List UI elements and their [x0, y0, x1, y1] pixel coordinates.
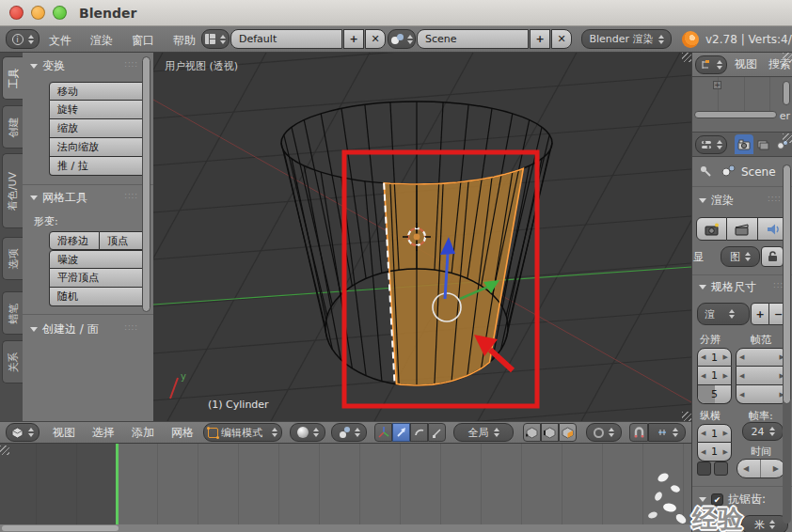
- panel-drag-dots[interactable]: ::::: [768, 195, 782, 203]
- viewport-shading-dropdown[interactable]: [290, 423, 325, 442]
- screen-layout-name-field[interactable]: Default: [230, 29, 342, 49]
- map-old-toggle[interactable]: [697, 462, 711, 476]
- scene-icon-button[interactable]: [388, 29, 416, 49]
- menu-add[interactable]: 添加: [132, 425, 154, 441]
- proportional-edit-dropdown[interactable]: [586, 423, 622, 442]
- timeline-current-frame[interactable]: [116, 444, 119, 524]
- outliner-h-scrollbar[interactable]: [694, 111, 777, 118]
- panel-transform-header[interactable]: 变换: [30, 58, 65, 74]
- add-scene-button[interactable]: +: [530, 29, 550, 49]
- render-engine-dropdown[interactable]: Blender 渲染: [581, 29, 672, 49]
- pin-icon[interactable]: [699, 164, 712, 178]
- button-smooth-vertex[interactable]: 平滑顶点: [49, 269, 150, 288]
- corner-grip[interactable]: [0, 446, 9, 455]
- button-rotate[interactable]: 旋转: [49, 101, 150, 119]
- button-randomize[interactable]: 随机: [49, 288, 150, 306]
- menu-mesh[interactable]: 网格: [171, 425, 194, 441]
- render-preset-dropdown[interactable]: 渲: [697, 303, 750, 325]
- display-mode-dropdown[interactable]: 图: [721, 246, 760, 267]
- snap-element-dropdown[interactable]: [648, 423, 686, 442]
- window-maximize-button[interactable]: [53, 6, 67, 20]
- button-translate[interactable]: 移动: [49, 82, 150, 101]
- tab-render-layers[interactable]: [753, 134, 772, 154]
- menu-help[interactable]: 帮助: [173, 33, 196, 49]
- panel-meshtools-header[interactable]: 网格工具: [30, 190, 87, 206]
- corner-grip[interactable]: [783, 53, 792, 62]
- window-minimize-button[interactable]: [31, 6, 45, 20]
- toolshelf-scrollbar[interactable]: [142, 56, 150, 312]
- pivot-dropdown[interactable]: [331, 423, 367, 442]
- timeline-editor[interactable]: [0, 444, 691, 532]
- button-scale[interactable]: 缩放: [49, 119, 150, 138]
- timeline-scrollbar-thumb[interactable]: [2, 525, 119, 531]
- mode-dropdown[interactable]: 编辑模式: [203, 423, 282, 442]
- button-noise[interactable]: 噪波: [49, 250, 150, 269]
- snap-toggle-button[interactable]: [629, 423, 648, 442]
- frame-step-field[interactable]: ◀▶: [736, 385, 788, 404]
- menu-select[interactable]: 选择: [92, 425, 115, 441]
- aspect-x-field[interactable]: ◀1▶: [697, 424, 732, 443]
- outliner-content[interactable]: + er: [691, 77, 792, 132]
- tab-grease-pencil[interactable]: 蜡笔: [2, 291, 23, 335]
- preset-add-button[interactable]: +: [751, 303, 769, 325]
- expand-plus-icon[interactable]: +: [713, 81, 721, 89]
- manipulator-rotate-button[interactable]: [410, 423, 428, 442]
- scene-name-field[interactable]: Scene: [417, 29, 529, 49]
- manipulator-translate-button[interactable]: [392, 423, 410, 442]
- edge-select-button[interactable]: [541, 423, 559, 442]
- panel-drag-dots[interactable]: ::::: [124, 60, 138, 69]
- editor-type-info-button[interactable]: i: [6, 29, 40, 49]
- panel-render-header[interactable]: 渲染: [699, 193, 734, 209]
- panel-dimensions-header[interactable]: 规格尺寸: [699, 279, 756, 295]
- close-scene-button[interactable]: ✕: [551, 29, 572, 49]
- menu-file[interactable]: 文件: [49, 33, 71, 49]
- res-y-field[interactable]: ◀1▶: [697, 367, 732, 385]
- menu-render[interactable]: 渲染: [90, 33, 113, 49]
- res-x-field[interactable]: ◀1▶: [697, 348, 732, 367]
- render-still-button[interactable]: [696, 217, 727, 241]
- manipulator-scale-button[interactable]: [428, 423, 446, 442]
- button-slide-edge[interactable]: 滑移边: [49, 231, 100, 250]
- time-remap-field[interactable]: ◀▶: [737, 459, 785, 478]
- close-layout-button[interactable]: ✕: [365, 29, 386, 49]
- outliner-editor-type-button[interactable]: [695, 55, 727, 74]
- screen-layout-icon-button[interactable]: [201, 29, 230, 49]
- display-lock-button[interactable]: [761, 246, 784, 267]
- corner-grip[interactable]: [682, 53, 691, 62]
- tab-tools[interactable]: 工具: [2, 56, 23, 100]
- button-shrink-fatten[interactable]: 法向缩放: [49, 138, 150, 157]
- fps-dropdown[interactable]: 24: [742, 422, 784, 441]
- menu-view[interactable]: 视图: [53, 425, 75, 441]
- tab-shading-uv[interactable]: 着色/UV: [2, 153, 23, 228]
- res-pct-slider[interactable]: 5: [697, 385, 732, 404]
- antialias-checkbox[interactable]: ✔: [711, 493, 723, 506]
- window-close-button[interactable]: [9, 6, 24, 20]
- tab-options[interactable]: 选项: [2, 237, 23, 280]
- render-animation-button[interactable]: [727, 217, 758, 241]
- panel-drag-dots[interactable]: ::::: [124, 323, 138, 332]
- breadcrumb-label[interactable]: Scene: [741, 165, 776, 179]
- aspect-y-field[interactable]: ◀1▶: [697, 443, 732, 462]
- aa-filter-dropdown[interactable]: 米: [741, 515, 788, 532]
- add-layout-button[interactable]: +: [343, 29, 364, 49]
- editor-type-button[interactable]: [6, 423, 40, 442]
- button-push-pull[interactable]: 推 / 拉: [49, 157, 150, 176]
- outliner-menu-view[interactable]: 视图: [735, 56, 757, 72]
- properties-editor-type-button[interactable]: [695, 135, 727, 154]
- manipulator-toggle-button[interactable]: [374, 423, 392, 442]
- map-new-toggle[interactable]: [714, 462, 728, 476]
- panel-makeedge-header[interactable]: 创建边 / 面: [30, 321, 99, 337]
- panel-antialias-header[interactable]: ✔抗锯齿:: [699, 492, 766, 508]
- corner-grip[interactable]: [682, 412, 691, 421]
- viewport-3d[interactable]: y 用户视图 (透视) (1) Cylinder: [153, 53, 691, 421]
- corner-grip[interactable]: [783, 133, 792, 143]
- face-select-button[interactable]: [559, 423, 577, 442]
- tab-relations[interactable]: 关系: [2, 340, 23, 383]
- outliner-v-scrollbar[interactable]: [783, 81, 790, 105]
- menu-window[interactable]: 窗口: [132, 33, 154, 49]
- panel-drag-dots[interactable]: ::::: [124, 192, 138, 200]
- vertex-select-button[interactable]: [523, 423, 541, 442]
- props-scrollbar[interactable]: [783, 164, 791, 404]
- frame-start-field[interactable]: ◀▶: [736, 348, 788, 367]
- tab-render[interactable]: [735, 134, 753, 154]
